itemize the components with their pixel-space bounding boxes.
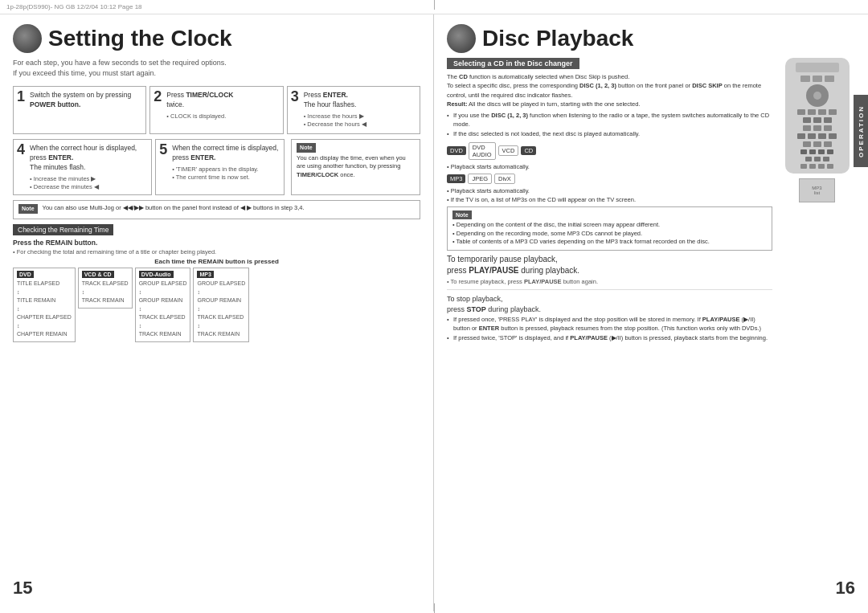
playback-auto-2: • Playback starts automatically. bbox=[447, 187, 772, 194]
right-heading: Disc Playback bbox=[482, 27, 633, 51]
note-box-right: Note You can display the time, even when… bbox=[291, 139, 420, 195]
clock-icon bbox=[13, 24, 42, 53]
remain-vcd: VCD & CD TRACK ELAPSED↕TRACK REMAIN bbox=[78, 268, 133, 309]
right-content: Selecting a CD in the Disc changer The C… bbox=[447, 58, 855, 343]
step-3: 3 Press ENTER.The hour flashes. • Increa… bbox=[287, 86, 420, 134]
left-section-title: Setting the Clock bbox=[13, 24, 420, 53]
badge-cd: CD bbox=[521, 146, 536, 155]
selecting-title: Selecting a CD in the Disc changer bbox=[447, 58, 579, 69]
playback-mp3-note: • If the TV is on, a list of MP3s on the… bbox=[447, 196, 772, 203]
right-section-title: Disc Playback bbox=[447, 24, 855, 53]
info-note-2: Note • Depending on the content of the d… bbox=[447, 206, 772, 251]
stop-section: To stop playback, press STOP during play… bbox=[447, 289, 772, 343]
remain-each: Each time the REMAIN button is pressed bbox=[13, 258, 420, 265]
format-badges-1: DVD DVDAUDIO VCD CD bbox=[447, 142, 772, 160]
left-subtitle: For each step, you have a few seconds to… bbox=[13, 58, 420, 78]
remain-sub: • For checking the total and remaining t… bbox=[13, 248, 420, 255]
badge-divx: DivX bbox=[494, 174, 515, 184]
pause-section: To temporarily pause playback, press PLA… bbox=[447, 254, 772, 287]
bottom-note: Note You can also use Multi-Jog or ◀◀/▶▶… bbox=[13, 200, 420, 219]
disc-icon bbox=[447, 24, 476, 53]
badge-mp3: MP3 bbox=[447, 174, 465, 183]
remain-mp3: MP3 GROUP ELAPSED↕GROUP REMAIN↕TRACK ELA… bbox=[193, 268, 249, 342]
mp3-screen-thumb: MP3list bbox=[799, 178, 835, 202]
operation-sidebar: OPERATION bbox=[854, 95, 868, 167]
playback-auto-1: • Playback starts automatically. bbox=[447, 163, 772, 170]
step-4: 4 When the correct hour is displayed, pr… bbox=[13, 139, 152, 195]
step-5: 5 When the correct time is displayed, pr… bbox=[155, 139, 285, 195]
badge-dvd: DVD bbox=[447, 146, 466, 155]
left-heading: Setting the Clock bbox=[48, 27, 232, 51]
left-panel: Setting the Clock For each step, you hav… bbox=[0, 14, 434, 611]
remain-table: DVD TITLE ELAPSED↕TITLE REMAIN↕CHAPTER E… bbox=[13, 268, 420, 342]
stop-note-1: • If pressed once, 'PRESS PLAY' is displ… bbox=[447, 316, 772, 333]
operation-label: OPERATION bbox=[858, 105, 865, 157]
remain-section: Checking the Remaining Time Press the RE… bbox=[13, 224, 420, 342]
steps-row-2: 4 When the correct hour is displayed, pr… bbox=[13, 139, 420, 195]
remote-col: MP3list bbox=[779, 58, 855, 343]
remain-dvd-audio: DVD-Audio GROUP ELAPSED↕GROUP REMAIN↕TRA… bbox=[135, 268, 191, 342]
remain-title: Checking the Remaining Time bbox=[13, 224, 113, 235]
cd-bullet-1: If you use the DISC (1, 2, 3) function w… bbox=[447, 112, 772, 129]
badge-vcd: VCD bbox=[498, 145, 519, 156]
pause-sub: • To resume playback, press PLAY/PAUSE b… bbox=[447, 278, 772, 287]
badge-jpeg: JPEG bbox=[468, 174, 492, 184]
right-text-col: Selecting a CD in the Disc changer The C… bbox=[447, 58, 772, 343]
crop-mark-bottom bbox=[434, 603, 435, 613]
page-number-15: 15 bbox=[13, 578, 32, 599]
cd-desc: The CD function is automatically selecte… bbox=[447, 72, 772, 108]
remain-btn-text: Press the REMAIN button. bbox=[13, 239, 420, 247]
step-2: 2 Press TIMER/CLOCKtwice. • CLOCK is dis… bbox=[149, 86, 283, 134]
format-badges-2: MP3 JPEG DivX bbox=[447, 174, 772, 184]
pause-title: To temporarily pause playback, press PLA… bbox=[447, 254, 772, 276]
stop-title: To stop playback, press STOP during play… bbox=[447, 294, 772, 314]
remain-dvd: DVD TITLE ELAPSED↕TITLE REMAIN↕CHAPTER E… bbox=[13, 268, 76, 342]
stop-note-2: • If pressed twice, 'STOP' is displayed,… bbox=[447, 334, 772, 343]
page-number-16: 16 bbox=[836, 578, 855, 599]
cd-bullet-2: If the disc selected is not loaded, the … bbox=[447, 130, 772, 139]
crop-mark-top bbox=[434, 0, 435, 10]
right-panel: Disc Playback Selecting a CD in the Disc… bbox=[434, 14, 868, 611]
badge-dvd-audio: DVDAUDIO bbox=[469, 142, 496, 160]
step-1: 1 Switch the system on by pressing POWER… bbox=[13, 86, 146, 134]
steps-row-1: 1 Switch the system on by pressing POWER… bbox=[13, 86, 420, 134]
